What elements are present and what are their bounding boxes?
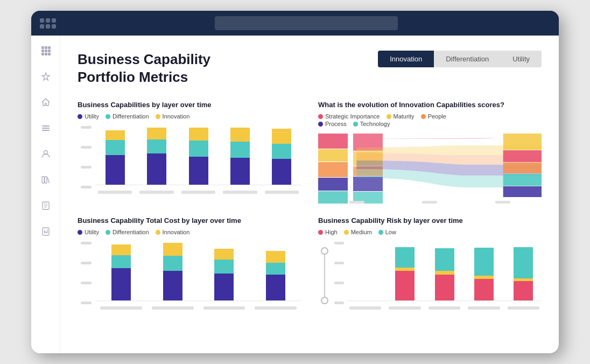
svg-rect-4 [45, 50, 47, 52]
sidebar-icon-document[interactable] [39, 199, 52, 212]
legend-utility: Utility [78, 113, 99, 120]
chart2-stream [318, 134, 542, 204]
browser-dot-3 [52, 18, 56, 23]
sidebar-icon-star[interactable] [39, 70, 52, 83]
svg-rect-5 [48, 50, 51, 52]
chart4-bars-container [347, 242, 542, 317]
chart4-xlabels [347, 301, 542, 314]
browser-dot-6 [52, 24, 56, 29]
chart-capabilities-by-layer: Business Capabilities by layer over time… [78, 101, 301, 204]
chart3-title: Business Capability Total Cost by layer … [78, 216, 301, 225]
svg-rect-20 [503, 174, 542, 186]
svg-rect-17 [503, 134, 542, 150]
sidebar-icon-report[interactable] [39, 225, 52, 238]
address-bar[interactable] [215, 16, 398, 30]
chart3-area [78, 242, 301, 317]
chart3-bars-container [96, 242, 301, 317]
sidebar [31, 36, 60, 353]
browser-dot-5 [46, 24, 50, 29]
svg-rect-11 [42, 130, 50, 131]
legend-technology: Technology [353, 121, 390, 127]
page-title: Business Capability Portfolio Metrics [78, 51, 210, 86]
chart1-bars-container [96, 126, 301, 201]
sidebar-icon-home[interactable] [39, 96, 52, 109]
legend-innov: Innovation [156, 113, 190, 120]
chart1-area [78, 126, 301, 201]
chart4-title: Business Capability Risk by layer over t… [318, 216, 542, 225]
chart3-xlabels [96, 301, 301, 314]
bar-innov-1 [106, 130, 125, 140]
legend3-diff: Differentiation [106, 229, 149, 235]
tab-differentiation[interactable]: Differentiation [434, 51, 501, 67]
svg-rect-1 [45, 46, 47, 49]
tab-utility[interactable]: Utility [501, 51, 542, 67]
chart1-bars [96, 126, 301, 185]
sidebar-icon-user[interactable] [39, 148, 52, 160]
legend-dot-innov [156, 114, 160, 119]
chart1-yaxis [78, 126, 94, 188]
chart3-legend: Utility Differentiation Innovation [78, 229, 301, 235]
chart4-bars [347, 242, 542, 301]
svg-rect-21 [503, 186, 542, 197]
timeline-line [324, 255, 325, 297]
svg-rect-14 [45, 177, 47, 183]
chart1-title: Business Capabilities by layer over time [78, 101, 301, 109]
browser-dot-4 [40, 24, 44, 29]
sidebar-icon-grid[interactable] [39, 44, 52, 57]
chart2-legend: Strategic Importance Maturity People [318, 113, 542, 127]
chart-risk: Business Capability Risk by layer over t… [318, 216, 542, 317]
legend4-high: High [318, 229, 338, 235]
page-header: Business Capability Portfolio Metrics In… [78, 51, 542, 86]
bar-group-3 [181, 128, 215, 185]
chart-total-cost: Business Capability Total Cost by layer … [78, 216, 301, 317]
svg-rect-9 [42, 125, 50, 127]
chart4-area [318, 242, 542, 317]
legend-maturity: Maturity [387, 113, 415, 120]
legend-people: People [421, 113, 446, 120]
legend-strategic: Strategic Importance [318, 113, 380, 120]
bar-group-2 [139, 128, 173, 185]
legend-process: Process [318, 121, 347, 127]
chart4-yaxis [332, 242, 346, 304]
chart-innovation-scores: What is the evolution of Innovation Capa… [318, 101, 542, 204]
browser-chrome [31, 11, 559, 36]
timeline-top-circle [321, 247, 328, 255]
browser-dot-2 [46, 18, 50, 23]
legend-diff: Differentiation [106, 113, 149, 120]
browser-dot-1 [40, 18, 44, 23]
svg-rect-7 [45, 53, 47, 55]
legend3-utility: Utility [78, 229, 99, 235]
svg-rect-6 [41, 53, 44, 55]
svg-rect-0 [41, 46, 44, 49]
chart1-xlabels [96, 185, 301, 198]
legend-dot-diff [106, 114, 110, 119]
svg-rect-13 [42, 177, 44, 183]
svg-rect-3 [41, 50, 44, 52]
chart2-sankey-svg [318, 134, 542, 204]
chart1-legend: Utility Differentiation Innovation [78, 113, 301, 120]
chart4-legend: High Medium Low [318, 229, 542, 235]
bar-group-4 [223, 128, 257, 185]
bar-diff-1 [106, 140, 125, 155]
bar-utility-1 [106, 155, 125, 185]
chart2-title: What is the evolution of Innovation Capa… [318, 101, 542, 109]
tab-innovation[interactable]: Innovation [378, 51, 434, 67]
sidebar-icon-list[interactable] [39, 122, 52, 135]
legend4-low: Low [378, 229, 396, 235]
bar-group-1 [98, 130, 132, 185]
browser-dots [40, 18, 56, 29]
chart2-xlabels [318, 201, 542, 204]
legend4-medium: Medium [344, 229, 372, 235]
chart3-yaxis [78, 242, 94, 304]
sidebar-icon-books[interactable] [39, 173, 52, 186]
svg-rect-8 [48, 53, 51, 55]
browser-window: Business Capability Portfolio Metrics In… [31, 11, 559, 353]
bar-group-5 [265, 129, 299, 185]
svg-rect-2 [48, 46, 51, 49]
legend-dot-utility [78, 114, 82, 119]
filter-tab-group: Innovation Differentiation Utility [378, 51, 542, 67]
timeline-bottom-circle [321, 297, 328, 304]
main-content: Business Capability Portfolio Metrics In… [60, 36, 559, 353]
chart3-bars [96, 242, 301, 301]
timeline [318, 247, 331, 304]
